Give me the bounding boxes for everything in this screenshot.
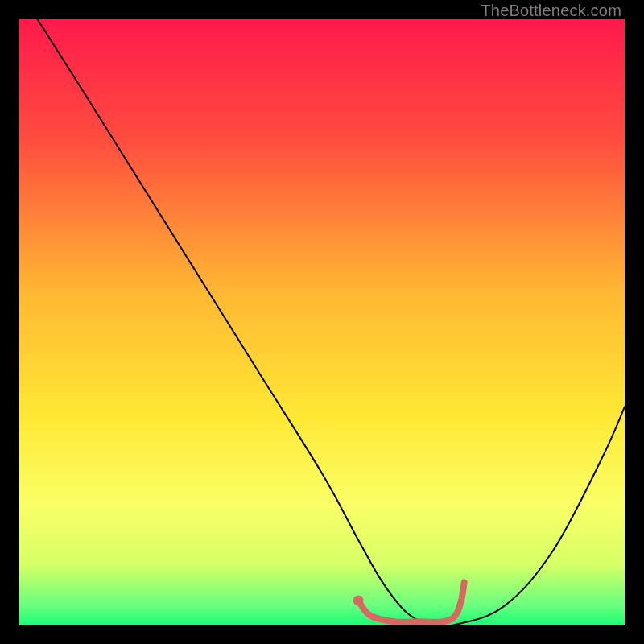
- gradient-background: [19, 19, 625, 625]
- watermark-text: TheBottleneck.com: [481, 2, 621, 20]
- optimal-dot: [353, 596, 364, 606]
- chart-frame: [19, 19, 625, 625]
- bottleneck-chart: [19, 19, 625, 625]
